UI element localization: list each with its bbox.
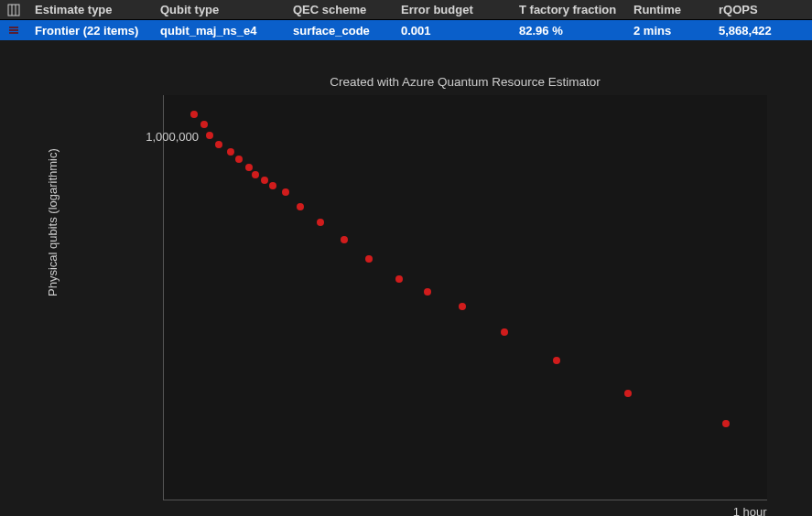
data-point[interactable] [501, 328, 508, 336]
cell-runtime: 2 mins [626, 24, 711, 38]
y-axis-label: Physical qubits (logarithmic) [46, 148, 60, 296]
data-point[interactable] [553, 357, 560, 364]
data-point[interactable] [215, 141, 222, 148]
data-point[interactable] [200, 121, 208, 128]
data-point[interactable] [269, 182, 276, 189]
svg-rect-0 [8, 5, 19, 16]
cell-error-budget: 0.001 [394, 24, 512, 38]
data-point[interactable] [317, 219, 324, 226]
header-qubit-type[interactable]: Qubit type [153, 3, 286, 16]
data-point[interactable] [459, 303, 466, 310]
y-tick-label: 1,000,000 [146, 130, 199, 144]
data-point[interactable] [341, 236, 348, 243]
header-qec-scheme[interactable]: QEC scheme [286, 3, 394, 16]
header-rqops[interactable]: rQOPS [711, 3, 812, 16]
chart-title: Created with Azure Quantum Resource Esti… [163, 75, 767, 89]
row-menu-icon[interactable] [0, 24, 27, 37]
cell-estimate-type: Frontier (22 items) [27, 24, 153, 38]
data-point[interactable] [624, 390, 632, 397]
data-point[interactable] [235, 156, 243, 163]
cell-qubit-type: qubit_maj_ns_e4 [153, 24, 286, 38]
data-point[interactable] [206, 132, 213, 139]
header-t-factory[interactable]: T factory fraction [512, 3, 626, 16]
data-point[interactable] [245, 164, 253, 171]
cell-qec-scheme: surface_code [286, 24, 394, 38]
header-estimate-type[interactable]: Estimate type [27, 3, 153, 16]
header-runtime[interactable]: Runtime [626, 3, 711, 16]
columns-icon[interactable] [0, 4, 27, 16]
table-header-row: Estimate type Qubit type QEC scheme Erro… [0, 0, 812, 20]
cell-t-factory: 82.96 % [512, 24, 626, 38]
plot-area[interactable]: Runtime (logarithmic) [163, 95, 767, 500]
data-point[interactable] [282, 188, 289, 196]
data-point[interactable] [365, 255, 373, 263]
data-point[interactable] [261, 177, 268, 184]
header-error-budget[interactable]: Error budget [394, 3, 512, 16]
x-tick-label: 1 hour [733, 505, 767, 516]
chart-container: Created with Azure Quantum Resource Esti… [0, 40, 812, 516]
data-point[interactable] [722, 420, 730, 427]
cell-rqops: 5,868,422 [711, 24, 812, 38]
data-point[interactable] [190, 111, 198, 118]
data-point[interactable] [424, 288, 431, 296]
data-point[interactable] [252, 171, 259, 178]
table-row[interactable]: Frontier (22 items) qubit_maj_ns_e4 surf… [0, 20, 812, 40]
data-point[interactable] [297, 203, 304, 210]
data-point[interactable] [227, 148, 234, 156]
data-point[interactable] [395, 275, 403, 283]
